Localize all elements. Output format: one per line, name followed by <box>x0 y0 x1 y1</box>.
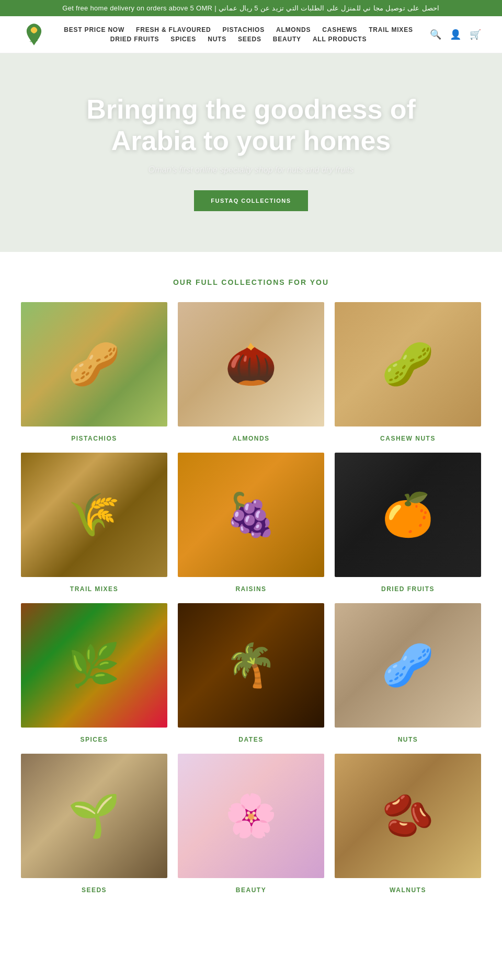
nav-all-products[interactable]: ALL PRODUCTS <box>313 36 367 43</box>
beauty-label: BEAUTY <box>236 886 266 894</box>
logo-icon: فستق <box>21 21 47 48</box>
nav-dried-fruits[interactable]: DRIED FRUITS <box>110 36 159 43</box>
site-header: فستق BEST PRICE NOW FRESH & FLAVOURED PI… <box>0 16 502 53</box>
nav-almonds[interactable]: ALMONDS <box>276 26 311 33</box>
collections-title: OUR FULL COLLECTIONS FOR YOU <box>21 278 481 286</box>
hero-subtext: Oman's first online specialty shop for n… <box>149 165 354 175</box>
main-nav: BEST PRICE NOW FRESH & FLAVOURED PISTACH… <box>47 26 430 43</box>
collection-item-spices[interactable]: SPICES <box>21 603 167 743</box>
trail-mixes-label: TRAIL MIXES <box>70 585 118 593</box>
collection-item-almonds[interactable]: ALMONDS <box>178 302 324 442</box>
dried-fruits-label: DRIED FRUITS <box>381 585 435 593</box>
dates-label: DATES <box>238 736 263 743</box>
nuts-image <box>335 603 481 728</box>
walnuts-image <box>335 754 481 878</box>
seeds-image <box>21 754 167 878</box>
nav-spices[interactable]: SPICES <box>170 36 196 43</box>
walnuts-label: WALNUTS <box>390 886 426 894</box>
spices-image <box>21 603 167 728</box>
pistachios-image <box>21 302 167 426</box>
seeds-label: SEEDS <box>82 886 107 894</box>
search-button[interactable]: 🔍 <box>430 29 441 40</box>
nav-row-2: DRIED FRUITS SPICES NUTS SEEDS BEAUTY AL… <box>110 36 367 43</box>
header-icons: 🔍 👤 🛒 <box>430 29 481 40</box>
dates-image <box>178 603 324 728</box>
nav-fresh-flavoured[interactable]: FRESH & FLAVOURED <box>136 26 211 33</box>
collection-item-seeds[interactable]: SEEDS <box>21 754 167 894</box>
nav-beauty[interactable]: BEAUTY <box>273 36 301 43</box>
nav-cashews[interactable]: CASHEWS <box>322 26 357 33</box>
raisins-label: RAISINS <box>235 585 266 593</box>
collections-section: OUR FULL COLLECTIONS FOR YOU PISTACHIOS … <box>0 252 502 909</box>
collection-item-dried-fruits[interactable]: DRIED FRUITS <box>335 453 481 593</box>
hero-section: Bringing the goodness of Arabia to your … <box>0 53 502 252</box>
pistachios-label: PISTACHIOS <box>71 435 117 442</box>
logo[interactable]: فستق <box>21 21 47 48</box>
nav-pistachios[interactable]: PISTACHIOS <box>223 26 265 33</box>
account-icon: 👤 <box>450 29 461 40</box>
nuts-label: NUTS <box>398 736 418 743</box>
hero-cta-button[interactable]: FUSTAQ COLLECTIONS <box>194 190 307 211</box>
almonds-image <box>178 302 324 426</box>
nav-trail-mixes[interactable]: TRAIL MIXES <box>369 26 413 33</box>
beauty-image <box>178 754 324 878</box>
raisins-image <box>178 453 324 577</box>
collection-item-trail-mixes[interactable]: TRAIL MIXES <box>21 453 167 593</box>
cashew-nuts-image <box>335 302 481 426</box>
collection-item-beauty[interactable]: BEAUTY <box>178 754 324 894</box>
nav-nuts[interactable]: NUTS <box>208 36 226 43</box>
cart-button[interactable]: 🛒 <box>470 29 481 40</box>
hero-heading: Bringing the goodness of Arabia to your … <box>68 94 434 157</box>
dried-fruits-image <box>335 453 481 577</box>
account-button[interactable]: 👤 <box>450 29 461 40</box>
spices-label: SPICES <box>80 736 108 743</box>
collections-grid: PISTACHIOS ALMONDS CASHEW NUTS TRAIL MIX… <box>21 302 481 894</box>
nav-best-price[interactable]: BEST PRICE NOW <box>64 26 124 33</box>
collection-item-walnuts[interactable]: WALNUTS <box>335 754 481 894</box>
collection-item-nuts[interactable]: NUTS <box>335 603 481 743</box>
announcement-text: Get free home delivery on orders above 5… <box>62 4 440 12</box>
almonds-label: ALMONDS <box>232 435 269 442</box>
trail-mixes-image <box>21 453 167 577</box>
cashew-nuts-label: CASHEW NUTS <box>380 435 436 442</box>
nav-row-1: BEST PRICE NOW FRESH & FLAVOURED PISTACH… <box>64 26 413 33</box>
collection-item-dates[interactable]: DATES <box>178 603 324 743</box>
collection-item-pistachios[interactable]: PISTACHIOS <box>21 302 167 442</box>
search-icon: 🔍 <box>430 29 441 40</box>
svg-text:فستق: فستق <box>30 39 38 42</box>
cart-icon: 🛒 <box>470 29 481 40</box>
collection-item-cashew-nuts[interactable]: CASHEW NUTS <box>335 302 481 442</box>
nav-seeds[interactable]: SEEDS <box>238 36 261 43</box>
collection-item-raisins[interactable]: RAISINS <box>178 453 324 593</box>
announcement-bar: Get free home delivery on orders above 5… <box>0 0 502 16</box>
